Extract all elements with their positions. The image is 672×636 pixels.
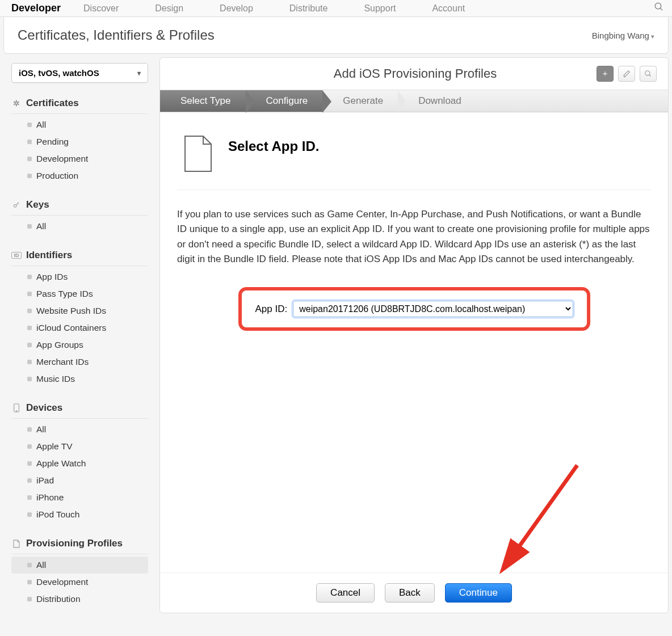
step-generate: Generate [322, 90, 398, 112]
sidebar-item-label: All [36, 221, 46, 231]
file-icon [11, 540, 22, 548]
sidebar-item-label: iCloud Containers [36, 323, 106, 333]
nav-head-devices: Devices [11, 402, 148, 419]
step-label: Download [418, 95, 461, 107]
svg-line-1 [660, 8, 662, 10]
nav-link-distribute[interactable]: Distribute [289, 3, 328, 14]
document-icon [183, 135, 213, 172]
sidebar-item-all[interactable]: All [11, 116, 148, 133]
sub-header: Certificates, Identifiers & Profiles Bin… [3, 17, 669, 54]
nav-link-account[interactable]: Account [432, 3, 465, 14]
sidebar-item-ipad[interactable]: iPad [11, 472, 148, 489]
top-nav-links: Discover Design Develop Distribute Suppo… [83, 3, 654, 14]
sidebar-item-pass-type-ids[interactable]: Pass Type IDs [11, 285, 148, 302]
sidebar-item-label: Production [36, 171, 78, 181]
sidebar: iOS, tvOS, watchOS ✲ Certificates All Pe… [3, 57, 154, 613]
nav-group-identifiers: ID Identifiers App IDs Pass Type IDs Web… [11, 250, 148, 388]
sidebar-item-app-ids[interactable]: App IDs [11, 268, 148, 285]
add-button[interactable]: ＋ [597, 66, 614, 82]
main-title: Add iOS Provisioning Profiles [234, 66, 597, 81]
step-label: Select Type [180, 95, 231, 107]
nav-head-provisioning: Provisioning Profiles [11, 538, 148, 554]
id-icon: ID [11, 252, 22, 259]
continue-button[interactable]: Continue [445, 583, 512, 603]
svg-point-2 [14, 204, 16, 207]
sidebar-item-label: Distribution [36, 594, 81, 604]
sidebar-item-provisioning-all[interactable]: All [11, 557, 148, 574]
app-id-select[interactable]: weipan20171206 (UD8BRTJD8C.com.localhost… [293, 301, 573, 317]
sidebar-item-iphone[interactable]: iPhone [11, 489, 148, 506]
sidebar-item-devices-all[interactable]: All [11, 421, 148, 438]
sidebar-item-website-push-ids[interactable]: Website Push IDs [11, 302, 148, 319]
step-bar: Select Type Configure Generate Download [160, 90, 668, 112]
sidebar-item-music-ids[interactable]: Music IDs [11, 370, 148, 388]
svg-point-4 [16, 411, 16, 411]
search-icon[interactable] [654, 2, 664, 15]
sidebar-item-label: iPad [36, 475, 54, 486]
key-icon [11, 201, 22, 209]
main-toolbar: ＋ [597, 66, 657, 82]
search-button[interactable] [640, 66, 657, 82]
brand-label[interactable]: Developer [11, 2, 61, 14]
sidebar-item-icloud-containers[interactable]: iCloud Containers [11, 319, 148, 336]
nav-group-provisioning: Provisioning Profiles All Development Di… [11, 538, 148, 608]
sidebar-item-app-groups[interactable]: App Groups [11, 336, 148, 353]
content-heading: Select App ID. [228, 138, 319, 154]
back-button[interactable]: Back [385, 583, 435, 603]
edit-button[interactable] [618, 66, 635, 82]
sidebar-item-label: Pending [36, 137, 69, 147]
sidebar-item-label: All [36, 424, 46, 435]
platform-selector[interactable]: iOS, tvOS, watchOS [11, 63, 148, 83]
sidebar-item-label: Music IDs [36, 374, 75, 384]
cancel-button[interactable]: Cancel [316, 583, 375, 603]
sidebar-item-production[interactable]: Production [11, 167, 148, 184]
sidebar-item-label: Apple TV [36, 441, 72, 452]
nav-link-support[interactable]: Support [364, 3, 396, 14]
sidebar-item-apple-watch[interactable]: Apple Watch [11, 455, 148, 472]
gear-icon: ✲ [11, 99, 22, 108]
sidebar-item-label: iPhone [36, 492, 64, 503]
platform-label: iOS, tvOS, watchOS [19, 68, 99, 78]
heading-row: Select App ID. [177, 129, 651, 190]
sidebar-item-merchant-ids[interactable]: Merchant IDs [11, 353, 148, 370]
nav-head-label: Identifiers [26, 250, 72, 261]
main-header: Add iOS Provisioning Profiles ＋ [160, 58, 668, 90]
nav-head-label: Provisioning Profiles [26, 538, 123, 549]
content-description: If you plan to use services such as Game… [177, 207, 651, 267]
user-menu[interactable]: Bingbing Wang [592, 31, 654, 40]
nav-head-certificates: ✲ Certificates [11, 98, 148, 114]
sidebar-item-pending[interactable]: Pending [11, 133, 148, 150]
app-id-label: App ID: [255, 304, 288, 315]
svg-line-6 [649, 75, 651, 77]
nav-link-discover[interactable]: Discover [83, 3, 119, 14]
svg-point-5 [645, 71, 650, 75]
step-select-type[interactable]: Select Type [160, 90, 246, 112]
step-configure[interactable]: Configure [246, 90, 323, 112]
page-title: Certificates, Identifiers & Profiles [18, 27, 215, 43]
nav-group-devices: Devices All Apple TV Apple Watch iPad iP… [11, 402, 148, 523]
sidebar-item-label: Pass Type IDs [36, 289, 93, 299]
svg-point-0 [655, 3, 661, 9]
main-panel: Add iOS Provisioning Profiles ＋ Select T… [159, 57, 669, 613]
sidebar-item-label: All [36, 120, 46, 130]
nav-head-keys: Keys [11, 199, 148, 216]
nav-link-develop[interactable]: Develop [220, 3, 253, 14]
device-icon [11, 403, 22, 412]
nav-link-design[interactable]: Design [155, 3, 183, 14]
sidebar-item-label: Website Push IDs [36, 306, 106, 316]
content-area: Select App ID. If you plan to use servic… [160, 112, 668, 572]
sidebar-item-label: Development [36, 154, 88, 164]
sidebar-item-label: Development [36, 577, 88, 587]
step-label: Configure [266, 95, 308, 107]
sidebar-item-provisioning-development[interactable]: Development [11, 574, 148, 591]
sidebar-item-keys-all[interactable]: All [11, 218, 148, 235]
step-download: Download [398, 90, 476, 112]
sidebar-item-label: All [36, 560, 46, 570]
sidebar-item-development[interactable]: Development [11, 150, 148, 167]
sidebar-item-label: Merchant IDs [36, 357, 89, 367]
sidebar-item-provisioning-distribution[interactable]: Distribution [11, 591, 148, 608]
sidebar-item-ipod-touch[interactable]: iPod Touch [11, 506, 148, 523]
sidebar-item-apple-tv[interactable]: Apple TV [11, 438, 148, 455]
top-nav: Developer Discover Design Develop Distri… [0, 0, 672, 17]
nav-head-identifiers: ID Identifiers [11, 250, 148, 266]
